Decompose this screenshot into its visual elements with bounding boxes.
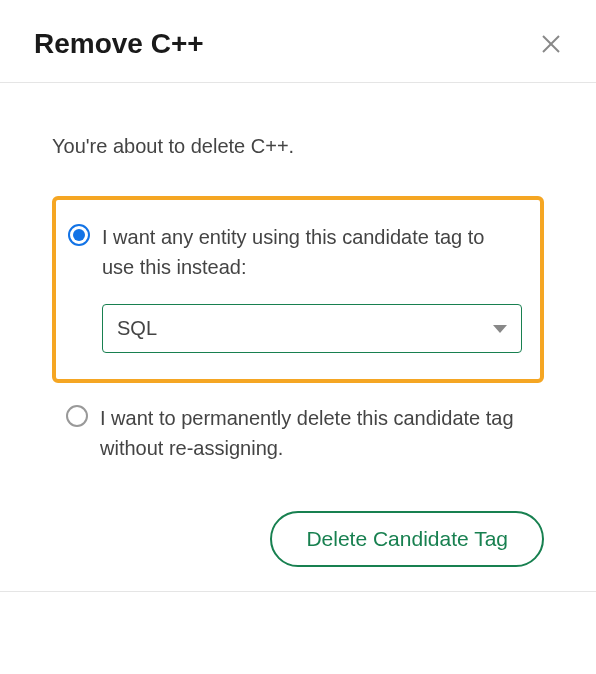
radio-delete[interactable] bbox=[66, 405, 88, 427]
replacement-select-value: SQL bbox=[117, 317, 157, 340]
modal-title: Remove C++ bbox=[34, 28, 204, 60]
replacement-select-wrap: SQL bbox=[102, 304, 522, 353]
option-delete[interactable]: I want to permanently delete this candid… bbox=[52, 393, 544, 463]
delete-candidate-tag-button[interactable]: Delete Candidate Tag bbox=[270, 511, 544, 567]
modal-header: Remove C++ bbox=[0, 0, 596, 83]
close-icon[interactable] bbox=[540, 33, 562, 55]
option-replace-label: I want any entity using this candidate t… bbox=[102, 222, 522, 282]
intro-text: You're about to delete C++. bbox=[52, 135, 544, 158]
radio-replace[interactable] bbox=[68, 224, 90, 246]
option-replace[interactable]: I want any entity using this candidate t… bbox=[68, 222, 522, 282]
replacement-select[interactable]: SQL bbox=[102, 304, 522, 353]
modal-body: You're about to delete C++. I want any e… bbox=[0, 83, 596, 483]
chevron-down-icon bbox=[493, 325, 507, 333]
replace-option-box: I want any entity using this candidate t… bbox=[52, 196, 544, 383]
remove-tag-modal: Remove C++ You're about to delete C++. I… bbox=[0, 0, 596, 592]
option-delete-label: I want to permanently delete this candid… bbox=[100, 403, 526, 463]
modal-actions: Delete Candidate Tag bbox=[0, 483, 596, 587]
footer-divider bbox=[0, 591, 596, 592]
